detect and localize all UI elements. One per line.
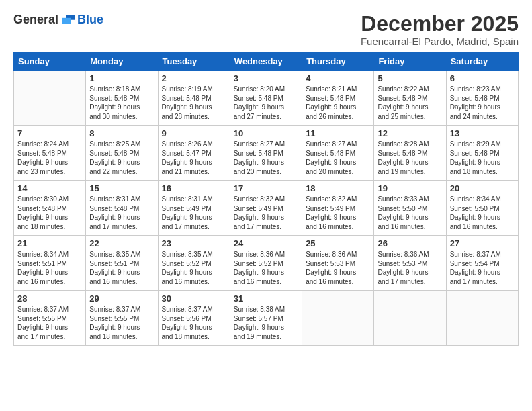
day-cell: 19Sunrise: 8:33 AMSunset: 5:50 PMDayligh… — [374, 181, 446, 236]
day-cell — [14, 71, 86, 126]
day-cell: 28Sunrise: 8:37 AMSunset: 5:55 PMDayligh… — [14, 291, 86, 346]
day-cell: 15Sunrise: 8:31 AMSunset: 5:48 PMDayligh… — [86, 181, 158, 236]
day-number: 17 — [234, 183, 298, 193]
day-cell: 8Sunrise: 8:25 AMSunset: 5:48 PMDaylight… — [86, 126, 158, 181]
day-number: 24 — [234, 238, 298, 248]
day-info: Sunrise: 8:36 AMSunset: 5:52 PMDaylight:… — [234, 250, 298, 286]
page: General Blue December 2025 Fuencarral-El… — [0, 0, 532, 411]
day-cell: 1Sunrise: 8:18 AMSunset: 5:48 PMDaylight… — [86, 71, 158, 126]
day-info: Sunrise: 8:21 AMSunset: 5:48 PMDaylight:… — [306, 85, 370, 121]
day-number: 3 — [234, 73, 298, 83]
week-row-3: 14Sunrise: 8:30 AMSunset: 5:48 PMDayligh… — [14, 181, 519, 236]
title-area: December 2025 Fuencarral-El Pardo, Madri… — [361, 12, 519, 47]
day-info: Sunrise: 8:36 AMSunset: 5:53 PMDaylight:… — [378, 250, 442, 286]
col-header-sunday: Sunday — [14, 53, 86, 71]
col-header-friday: Friday — [374, 53, 446, 71]
day-info: Sunrise: 8:35 AMSunset: 5:52 PMDaylight:… — [162, 250, 226, 286]
day-info: Sunrise: 8:28 AMSunset: 5:48 PMDaylight:… — [378, 140, 442, 176]
day-info: Sunrise: 8:34 AMSunset: 5:50 PMDaylight:… — [450, 195, 515, 231]
main-title: December 2025 — [361, 12, 519, 36]
day-info: Sunrise: 8:37 AMSunset: 5:54 PMDaylight:… — [450, 250, 515, 286]
day-number: 15 — [89, 183, 154, 193]
day-cell: 4Sunrise: 8:21 AMSunset: 5:48 PMDaylight… — [302, 71, 374, 126]
day-info: Sunrise: 8:30 AMSunset: 5:48 PMDaylight:… — [17, 195, 82, 231]
day-cell: 14Sunrise: 8:30 AMSunset: 5:48 PMDayligh… — [14, 181, 86, 236]
day-cell: 13Sunrise: 8:29 AMSunset: 5:48 PMDayligh… — [446, 126, 518, 181]
day-cell — [374, 291, 446, 346]
day-number: 21 — [17, 238, 82, 248]
day-number: 31 — [234, 293, 298, 304]
day-info: Sunrise: 8:32 AMSunset: 5:49 PMDaylight:… — [306, 195, 370, 231]
day-number: 16 — [162, 183, 226, 193]
day-cell: 30Sunrise: 8:37 AMSunset: 5:56 PMDayligh… — [158, 291, 230, 346]
day-cell: 29Sunrise: 8:37 AMSunset: 5:55 PMDayligh… — [86, 291, 158, 346]
week-row-2: 7Sunrise: 8:24 AMSunset: 5:48 PMDaylight… — [14, 126, 519, 181]
week-row-5: 28Sunrise: 8:37 AMSunset: 5:55 PMDayligh… — [14, 291, 519, 346]
day-cell: 18Sunrise: 8:32 AMSunset: 5:49 PMDayligh… — [302, 181, 374, 236]
day-number: 14 — [17, 183, 82, 193]
header-row: SundayMondayTuesdayWednesdayThursdayFrid… — [14, 53, 519, 71]
day-number: 1 — [89, 73, 154, 83]
day-number: 20 — [450, 183, 515, 193]
day-info: Sunrise: 8:24 AMSunset: 5:48 PMDaylight:… — [17, 140, 82, 176]
day-cell: 9Sunrise: 8:26 AMSunset: 5:47 PMDaylight… — [158, 126, 230, 181]
day-cell — [302, 291, 374, 346]
day-cell: 22Sunrise: 8:35 AMSunset: 5:51 PMDayligh… — [86, 236, 158, 291]
day-number: 27 — [450, 238, 515, 248]
day-info: Sunrise: 8:34 AMSunset: 5:51 PMDaylight:… — [17, 250, 82, 286]
week-row-1: 1Sunrise: 8:18 AMSunset: 5:48 PMDaylight… — [14, 71, 519, 126]
day-cell: 16Sunrise: 8:31 AMSunset: 5:49 PMDayligh… — [158, 181, 230, 236]
day-cell: 3Sunrise: 8:20 AMSunset: 5:48 PMDaylight… — [230, 71, 302, 126]
day-info: Sunrise: 8:37 AMSunset: 5:55 PMDaylight:… — [17, 305, 82, 341]
day-number: 18 — [306, 183, 370, 193]
day-number: 22 — [89, 238, 154, 248]
day-info: Sunrise: 8:20 AMSunset: 5:48 PMDaylight:… — [234, 85, 298, 121]
logo-blue: Blue — [77, 13, 103, 26]
day-cell: 31Sunrise: 8:38 AMSunset: 5:57 PMDayligh… — [230, 291, 302, 346]
day-cell: 21Sunrise: 8:34 AMSunset: 5:51 PMDayligh… — [14, 236, 86, 291]
day-cell — [446, 291, 518, 346]
logo: General Blue — [13, 12, 103, 27]
subtitle: Fuencarral-El Pardo, Madrid, Spain — [361, 36, 519, 47]
day-info: Sunrise: 8:19 AMSunset: 5:48 PMDaylight:… — [162, 85, 226, 121]
calendar-table: SundayMondayTuesdayWednesdayThursdayFrid… — [13, 52, 519, 346]
day-info: Sunrise: 8:36 AMSunset: 5:53 PMDaylight:… — [306, 250, 370, 286]
header: General Blue December 2025 Fuencarral-El… — [13, 12, 519, 47]
day-number: 8 — [89, 128, 154, 138]
day-cell: 12Sunrise: 8:28 AMSunset: 5:48 PMDayligh… — [374, 126, 446, 181]
day-info: Sunrise: 8:29 AMSunset: 5:48 PMDaylight:… — [450, 140, 515, 176]
day-info: Sunrise: 8:33 AMSunset: 5:50 PMDaylight:… — [378, 195, 442, 231]
logo-icon — [61, 12, 76, 27]
day-info: Sunrise: 8:25 AMSunset: 5:48 PMDaylight:… — [89, 140, 154, 176]
day-cell: 26Sunrise: 8:36 AMSunset: 5:53 PMDayligh… — [374, 236, 446, 291]
day-info: Sunrise: 8:31 AMSunset: 5:48 PMDaylight:… — [89, 195, 154, 231]
day-number: 7 — [17, 128, 82, 138]
day-cell: 10Sunrise: 8:27 AMSunset: 5:48 PMDayligh… — [230, 126, 302, 181]
day-cell: 20Sunrise: 8:34 AMSunset: 5:50 PMDayligh… — [446, 181, 518, 236]
day-info: Sunrise: 8:27 AMSunset: 5:48 PMDaylight:… — [306, 140, 370, 176]
day-info: Sunrise: 8:37 AMSunset: 5:55 PMDaylight:… — [89, 305, 154, 341]
day-number: 28 — [17, 293, 82, 304]
col-header-monday: Monday — [86, 53, 158, 71]
col-header-saturday: Saturday — [446, 53, 518, 71]
day-cell: 23Sunrise: 8:35 AMSunset: 5:52 PMDayligh… — [158, 236, 230, 291]
day-info: Sunrise: 8:35 AMSunset: 5:51 PMDaylight:… — [89, 250, 154, 286]
day-info: Sunrise: 8:31 AMSunset: 5:49 PMDaylight:… — [162, 195, 226, 231]
day-info: Sunrise: 8:32 AMSunset: 5:49 PMDaylight:… — [234, 195, 298, 231]
day-number: 10 — [234, 128, 298, 138]
day-number: 5 — [378, 73, 442, 83]
day-number: 29 — [89, 293, 154, 304]
day-cell: 2Sunrise: 8:19 AMSunset: 5:48 PMDaylight… — [158, 71, 230, 126]
day-info: Sunrise: 8:27 AMSunset: 5:48 PMDaylight:… — [234, 140, 298, 176]
day-number: 13 — [450, 128, 515, 138]
day-cell: 17Sunrise: 8:32 AMSunset: 5:49 PMDayligh… — [230, 181, 302, 236]
logo-general: General — [13, 13, 58, 26]
day-number: 23 — [162, 238, 226, 248]
day-cell: 24Sunrise: 8:36 AMSunset: 5:52 PMDayligh… — [230, 236, 302, 291]
day-number: 2 — [162, 73, 226, 83]
logo-area: General Blue — [13, 12, 103, 27]
day-info: Sunrise: 8:37 AMSunset: 5:56 PMDaylight:… — [162, 305, 226, 341]
day-cell: 6Sunrise: 8:23 AMSunset: 5:48 PMDaylight… — [446, 71, 518, 126]
day-number: 19 — [378, 183, 442, 193]
day-number: 30 — [162, 293, 226, 304]
